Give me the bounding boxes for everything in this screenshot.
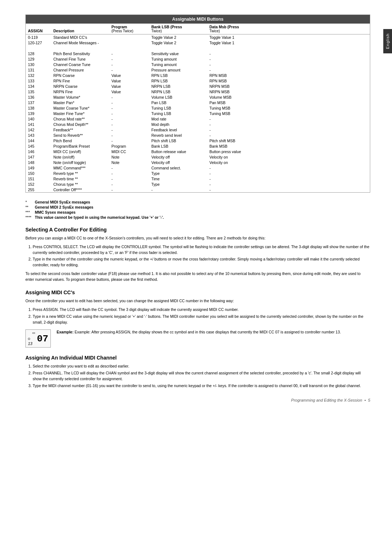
cell-description: Master Pan* (51, 100, 109, 105)
cell-description: Chorus Mod rate** (51, 116, 109, 122)
cell-data-msb: - (207, 165, 370, 171)
footnote-text: This value cannot be typed in using the … (35, 215, 164, 219)
col-description: Description (51, 24, 109, 34)
cell-program: - (109, 111, 149, 116)
cell-description: Feedback** (51, 127, 109, 132)
cell-assign: 144 (26, 138, 51, 143)
footer-text: Programming and Editing the X-Session • … (291, 398, 370, 402)
cell-program: - (109, 138, 149, 143)
cell-assign: 255 (26, 187, 51, 192)
table-row: 128 Pitch Bend Sensitivity - Sensitivity… (26, 51, 370, 56)
list-item: Type the MIDI channel number (01-16) you… (33, 383, 370, 389)
cell-data-msb: Pitch shift MSB (207, 138, 370, 143)
assigning-intro: Once the controller you want to edit has… (25, 298, 370, 304)
cell-bank-lsb: - (149, 187, 207, 192)
cell-assign: 133 (26, 78, 51, 83)
table-row: 130 Channel Coarse Tune - Tuning amount … (26, 62, 370, 67)
table-row: 120-127 Channel Mode Messages - Toggle V… (26, 40, 370, 45)
cell-assign: 152 (26, 181, 51, 187)
example-box: cc 13 07 Example: Example: After pressin… (25, 329, 370, 348)
cell-assign: 140 (26, 116, 51, 122)
cell-data-msb: - (207, 171, 370, 176)
footnote-symbol: * (25, 200, 33, 204)
cell-program: - (109, 56, 149, 62)
cell-description: Program/Bank Preset (51, 143, 109, 149)
cell-data-msb: Tuning MSB (207, 111, 370, 116)
cell-bank-lsb: Command select. (149, 165, 207, 171)
cell-data-msb: - (207, 116, 370, 122)
cell-program: - (109, 100, 149, 105)
cell-description: MIDI CC (on/off) (51, 149, 109, 154)
table-row: 152 Chorus type ** - Type - (26, 181, 370, 187)
cell-program: Value (109, 78, 149, 83)
footnote-text: MMC Sysex messages (35, 210, 75, 214)
cell-data-msb: - (207, 132, 370, 138)
lcd-digits: 07 (37, 333, 48, 344)
cell-bank-lsb: Type (149, 171, 207, 176)
table-row: 150 Reverb type ** - Type - (26, 171, 370, 176)
col-bank-lsb: Bank LSB (Press Twice) (149, 24, 207, 34)
cell-assign: 143 (26, 132, 51, 138)
cell-data-msb: RPN MSB (207, 73, 370, 78)
cell-description: MMC Command*** (51, 165, 109, 171)
cell-description: Pitch Bend (51, 138, 109, 143)
cell-description: Master Coarse Tune* (51, 105, 109, 111)
list-item: Press CHANNEL. The LCD will display the … (33, 370, 370, 382)
cell-data-msb: Toggle Value 1 (207, 34, 370, 40)
cell-assign: 141 (26, 122, 51, 127)
section-assigning: Assigning MIDI CC's Once the controller … (25, 290, 370, 348)
cell-description: Chorus Mod Depth** (51, 122, 109, 127)
cell-bank-lsb: Pan LSB (149, 100, 207, 105)
cell-data-msb: - (207, 127, 370, 132)
cell-bank-lsb: Volume LSB (149, 94, 207, 100)
cell-program: - (109, 122, 149, 127)
cell-assign: 148 (26, 160, 51, 165)
page-container: English Assignable MIDI Buttons ASSIGN D… (0, 0, 392, 413)
selecting-steps: Press CONTROL SELECT. The LCD will displ… (33, 244, 370, 268)
cell-bank-lsb: Button release value (149, 149, 207, 154)
side-tab-label: English (385, 33, 390, 49)
cell-program: - (109, 171, 149, 176)
footnote-symbol: *** (25, 210, 33, 214)
cell-description: Reverb type ** (51, 171, 109, 176)
cell-bank-lsb: Time (149, 176, 207, 181)
cell-program: - (109, 132, 149, 138)
table-row: 142 Feedback** - Feedback level - (26, 127, 370, 132)
cell-assign: 146 (26, 149, 51, 154)
table-row: 151 Reverb time ** - Time - (26, 176, 370, 181)
lcd-dot (28, 338, 30, 340)
cell-data-msb: - (207, 176, 370, 181)
cell-program: - (109, 94, 149, 100)
table-row: 148 Note (on/off toggle) Note Velocity o… (26, 160, 370, 165)
cell-assign: 151 (26, 176, 51, 181)
footnote-symbol: **** (25, 215, 33, 219)
cell-program: - (109, 116, 149, 122)
table-row: 255 Controller Off**** - - - (26, 187, 370, 192)
cell-program: Note (109, 160, 149, 165)
selecting-heading: Selecting A Controller For Editing (25, 227, 370, 233)
footnote-item: *** MMC Sysex messages (25, 210, 370, 214)
list-item: Press CONTROL SELECT. The LCD will displ… (33, 244, 370, 256)
cell-data-msb: Velocity on (207, 160, 370, 165)
cell-description: Chorus type ** (51, 181, 109, 187)
table-row: 137 Master Pan* - Pan LSB Pan MSB (26, 100, 370, 105)
footnote-text: General MIDI SysEx messages (35, 200, 90, 204)
table-row: 149 MMC Command*** - Command select. - (26, 165, 370, 171)
footnote-item: * General MIDI SysEx messages (25, 200, 370, 204)
lcd-display: cc 13 07 (25, 329, 51, 348)
footnote-item: ** General MIDI 2 SysEx messages (25, 205, 370, 209)
cell-data-msb: - (207, 51, 370, 56)
cell-assign: 131 (26, 67, 51, 73)
cell-bank-lsb: Feedback level (149, 127, 207, 132)
cell-bank-lsb: Toggle Value 2 (149, 34, 207, 40)
footnote-symbol: ** (25, 205, 33, 209)
cell-assign: 135 (26, 89, 51, 94)
table-row: 141 Chorus Mod Depth** - Mod depth - (26, 122, 370, 127)
cell-bank-lsb: Tuning amount (149, 62, 207, 67)
cell-bank-lsb: Tuning LSB (149, 111, 207, 116)
table-row: 131 Channel Pressure - Pressure amount - (26, 67, 370, 73)
table-row: 139 Master Fine Tune* - Tuning LSB Tunin… (26, 111, 370, 116)
cell-program: - (109, 62, 149, 67)
cell-bank-lsb: Pitch shift LSB (149, 138, 207, 143)
cell-bank-lsb: Velocity off (149, 154, 207, 160)
